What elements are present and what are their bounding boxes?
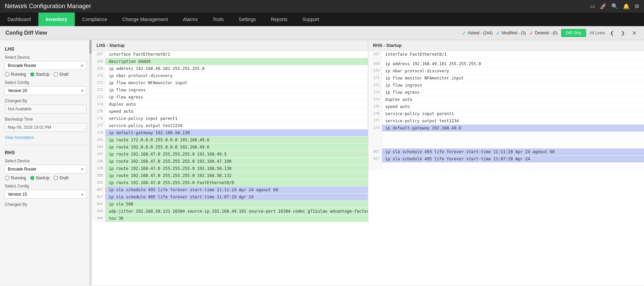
lhs-diff-row: 177service-policy output test1234 [92, 122, 368, 129]
rhs-line-content: ip sla schedule 493 life forever start-t… [382, 148, 644, 155]
close-button[interactable]: ✕ [630, 29, 639, 37]
monitor-icon[interactable]: ▭ [590, 3, 595, 10]
scrollbar[interactable] [89, 40, 91, 285]
lhs-line-content: ip route 192.168.47.0 255.255.255.0 192.… [105, 151, 368, 158]
nav-settings[interactable]: Settings [231, 13, 263, 26]
lhs-line-content: ip sla schedule 495 life forever start-t… [105, 194, 368, 200]
lhs-line-content: ip flow monitor NFAmonitor input [105, 79, 368, 86]
rhs-line-content: duplex auto [382, 96, 644, 103]
lhs-running-radio[interactable]: Running [5, 72, 26, 77]
lhs-section-label: LHS [5, 46, 87, 52]
added-check-icon: ✓ [462, 30, 466, 36]
scrollbar-thumb[interactable] [89, 40, 91, 54]
view-annotation-link[interactable]: View Annotation [5, 135, 87, 140]
rhs-startup-label: StartUp [36, 176, 50, 180]
lhs-diff-header: LHS - Startup [92, 40, 368, 51]
rhs-device-select[interactable]: Brocade Router [5, 165, 87, 174]
lhs-line-content: ip default-gateway 192.168.50.130 [105, 129, 368, 136]
lhs-diff-row: 175speed auto [92, 108, 368, 115]
line-number: 174 [368, 96, 382, 103]
section-divider [5, 145, 87, 145]
lhs-diff-row: 167interface FastEthernet0/1 [92, 51, 368, 58]
nav-change-management[interactable]: Change Management [115, 13, 175, 26]
nav-bar: Dashboard Inventory Compliance Change Ma… [0, 13, 644, 26]
lhs-diff-row: 171ip flow monitor NFAmonitor input [92, 79, 368, 87]
gear-icon[interactable]: ⚙ [634, 3, 639, 10]
lhs-draft-radio[interactable]: Draft [53, 72, 68, 77]
rhs-diff-row [368, 163, 644, 165]
nav-compliance[interactable]: Compliance [75, 13, 115, 26]
rhs-line-content [382, 146, 644, 148]
rhs-config-select[interactable]: Version 15 [5, 190, 87, 199]
rhs-diff: RHS - Startup 167interface FastEthernet0… [368, 40, 644, 222]
line-number [368, 163, 382, 165]
next-diff-arrow[interactable]: ❯ [619, 30, 627, 36]
lhs-diff-row: 174duplex auto [92, 101, 368, 108]
lhs-diff-row: 169ip address 192.168.49.101 255.255.255… [92, 65, 368, 72]
rhs-running-label: Running [11, 176, 26, 180]
bell-icon[interactable]: 🔔 [623, 3, 630, 10]
lhs-diff-row: 917ip sla schedule 495 life forever star… [92, 194, 368, 201]
lhs-device-select[interactable]: Brocade Router [5, 61, 87, 70]
line-number: 176 [92, 115, 105, 122]
rhs-diff-row [368, 137, 644, 139]
rocket-icon[interactable]: 🚀 [600, 3, 607, 10]
line-number: 179 [368, 125, 382, 131]
nav-inventory[interactable]: Inventory [38, 13, 75, 26]
line-number [368, 137, 382, 139]
line-number [368, 58, 382, 60]
search-icon[interactable]: 🔍 [611, 3, 618, 10]
lhs-diff-row: 907ip sla schedule 493 life forever star… [92, 186, 368, 194]
line-number: 177 [92, 122, 105, 129]
line-number: 173 [368, 89, 382, 96]
nav-tools[interactable]: Tools [205, 13, 231, 26]
rhs-line-content: interface FastEthernet0/1 [382, 51, 644, 58]
diff-only-button[interactable]: Diff Only [561, 29, 586, 37]
prev-diff-arrow[interactable]: ❮ [608, 30, 616, 36]
line-number: 175 [368, 103, 382, 110]
lhs-diff-row: 198ip route 192.168.47.0 255.255.255.0 1… [92, 158, 368, 165]
lhs-startup-radio[interactable]: StartUp [30, 72, 50, 77]
rhs-line-content [382, 167, 644, 169]
line-number: 198 [92, 158, 105, 165]
nav-alarms[interactable]: Alarms [175, 13, 205, 26]
diff-panel[interactable]: LHS - Startup 167interface FastEthernet0… [92, 40, 644, 285]
line-number: 191 [92, 137, 105, 143]
header-controls: ✓ Added - (244) ✓ Modified - (3) ✓ Delet… [462, 29, 639, 37]
rhs-device-label: Select Device [5, 159, 87, 163]
lhs-running-radio-icon [5, 72, 10, 77]
rhs-line-content: service-policy output test1234 [382, 118, 644, 124]
lhs-line-content: ip nbar protocol-discovery [105, 72, 368, 79]
lhs-startup-label: StartUp [36, 72, 50, 77]
rhs-line-content: speed auto [382, 103, 644, 110]
lhs-backedup-label: Backedup Time [5, 117, 87, 122]
rhs-diff-row: 172ip flow ingress [368, 82, 644, 89]
nav-support[interactable]: Support [295, 13, 327, 26]
line-number: 907 [92, 186, 105, 193]
modified-label: Modified - (3) [502, 31, 526, 35]
rhs-startup-radio[interactable]: StartUp [30, 176, 50, 180]
rhs-diff-header: RHS - Startup [368, 40, 644, 51]
lhs-line-content: ip route 192.168.47.0 255.255.255.0 192.… [105, 165, 368, 172]
rhs-line-content: service-policy input parent1 [382, 110, 644, 117]
nav-dashboard[interactable]: Dashboard [0, 13, 38, 26]
line-number: 168 [92, 58, 105, 65]
lhs-diff-rows: 167interface FastEthernet0/1168descripti… [92, 51, 368, 222]
lhs-diff-row: 179ip default-gateway 192.168.50.130 [92, 129, 368, 137]
rhs-draft-radio[interactable]: Draft [53, 176, 68, 180]
rhs-line-content [382, 144, 644, 146]
lhs-line-content: service-policy input parent1 [105, 115, 368, 122]
all-lines-label: All Lines [590, 31, 605, 35]
rhs-line-content [382, 141, 644, 143]
rhs-running-radio[interactable]: Running [5, 176, 26, 180]
line-number: 169 [368, 60, 382, 67]
added-badge: ✓ Added - (244) [462, 30, 492, 36]
rhs-diff-row [368, 141, 644, 144]
lhs-line-content: duplex auto [105, 101, 368, 108]
line-number: 172 [92, 87, 105, 93]
lhs-config-select[interactable]: Version 20 [5, 86, 87, 95]
nav-reports[interactable]: Reports [263, 13, 295, 26]
lhs-radio-group: Running StartUp Draft [5, 72, 87, 77]
lhs-diff-row: 199ip route 192.168.47.0 255.255.255.0 1… [92, 165, 368, 172]
lhs-config-wrapper: Version 20 ▼ [5, 86, 87, 95]
